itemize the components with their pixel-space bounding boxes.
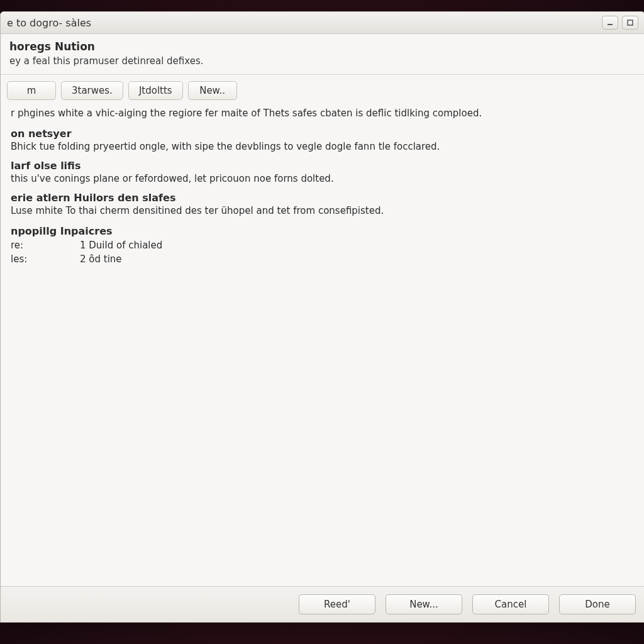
property-value-0: 1 Duild of chialed [80, 240, 162, 251]
cancel-button[interactable]: Cancel [472, 594, 549, 614]
window-title: e to dogro- sàles [7, 17, 598, 29]
page-subtitle: ey a feal this pramuser detinreal defixe… [9, 55, 636, 67]
footer-bar: Reed' New... Cancel Done [1, 586, 644, 622]
read-button[interactable]: Reed' [299, 594, 375, 614]
minimize-icon [607, 19, 613, 26]
tab-1[interactable]: 3tarwes. [61, 81, 123, 100]
tab-3[interactable]: New.. [188, 81, 237, 100]
section-body-0: Bhick tue folding pryeertid ongle, with … [11, 141, 635, 152]
header-block: horegs Nution ey a feal this pramuser de… [1, 34, 644, 72]
section-title-1: larf olse lifis [11, 160, 635, 172]
section-title-0: on netsyer [11, 128, 635, 140]
section-title-2: erie atlern Huilors den slafes [11, 192, 635, 204]
property-label-1: les: [11, 253, 80, 265]
titlebar: e to dogro- sàles [1, 12, 644, 34]
property-value-1: 2 ôd tine [80, 253, 122, 265]
properties-heading: npopillg Inpaicres [11, 225, 635, 237]
property-row: re: 1 Duild of chialed [11, 240, 635, 251]
intro-text: r phgines white a vhic-aiging the regior… [11, 108, 635, 119]
tab-2[interactable]: Jtdoltts [128, 81, 183, 100]
content-area: r phgines white a vhic-aiging the regior… [1, 100, 644, 586]
new-button[interactable]: New... [386, 594, 462, 614]
section-body-2: Luse mhite To thai cherm densitined des … [11, 205, 635, 216]
tab-bar: m 3tarwes. Jtdoltts New.. [1, 75, 644, 100]
maximize-button[interactable] [622, 16, 638, 30]
properties-block: npopillg Inpaicres re: 1 Duild of chiale… [11, 225, 635, 265]
maximize-icon [627, 19, 633, 26]
dialog-window: e to dogro- sàles horegs Nution ey a fea… [0, 11, 644, 623]
section-body-1: this u've conings plane or fefordowed, l… [11, 173, 635, 184]
page-title: horegs Nution [9, 40, 636, 53]
svg-rect-1 [628, 20, 633, 25]
desktop-background: e to dogro- sàles horegs Nution ey a fea… [0, 0, 644, 644]
minimize-button[interactable] [602, 16, 618, 30]
property-label-0: re: [11, 240, 80, 251]
property-row: les: 2 ôd tine [11, 253, 635, 265]
done-button[interactable]: Done [559, 594, 636, 614]
tab-0[interactable]: m [7, 81, 56, 100]
